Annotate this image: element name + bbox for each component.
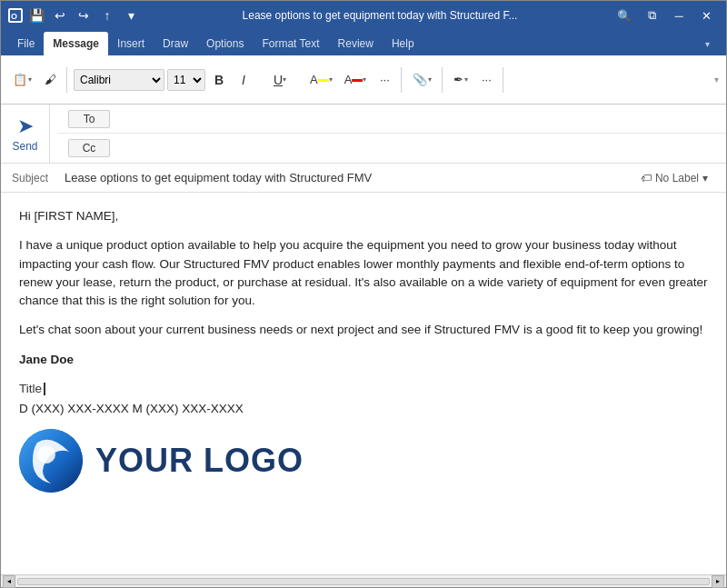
- tab-message[interactable]: Message: [44, 32, 108, 55]
- close-titlebar-button[interactable]: ✕: [693, 3, 719, 28]
- font-color-dropdown-arrow: ▾: [363, 75, 366, 84]
- scroll-left-button[interactable]: ◂: [3, 575, 15, 588]
- undo-titlebar-button[interactable]: ↩: [50, 5, 70, 25]
- font-family-select[interactable]: Calibri: [74, 69, 164, 91]
- more-options-button[interactable]: ···: [475, 67, 497, 93]
- up-titlebar-button[interactable]: ↑: [97, 5, 117, 25]
- attach-dropdown-arrow: ▾: [428, 75, 432, 84]
- underline-dropdown-arrow: ▾: [283, 75, 286, 84]
- tab-format-text[interactable]: Format Text: [253, 32, 328, 55]
- attach-file-button[interactable]: 📎 ▾: [408, 67, 436, 93]
- font-color-icon: A: [344, 73, 353, 86]
- body-para2: Let's chat soon about your current busin…: [19, 321, 708, 339]
- text-cursor: [44, 383, 45, 395]
- collapse-ribbon-button[interactable]: ▾: [696, 32, 719, 55]
- tab-help[interactable]: Help: [383, 32, 423, 55]
- attach-icon: 📎: [413, 73, 427, 86]
- clipboard-dropdown-arrow: ▾: [28, 75, 32, 84]
- clipboard-button[interactable]: 📋 ▾: [8, 67, 36, 93]
- clipboard-icon: 📋: [13, 73, 27, 86]
- sig-title-text: Title: [19, 380, 42, 398]
- tab-file[interactable]: File: [8, 32, 44, 55]
- bold-button[interactable]: B: [208, 67, 230, 93]
- to-input[interactable]: [110, 112, 715, 125]
- to-row: To: [57, 105, 726, 134]
- save-titlebar-button[interactable]: 💾: [26, 5, 46, 25]
- compose-area: ➤ Send To Cc Subject Lease options to ge…: [1, 105, 726, 574]
- logo-area: YOUR LOGO: [19, 429, 708, 493]
- font-group: Calibri 11 B I U ▾ A ▾ A ▾ ···: [74, 67, 402, 93]
- tab-review[interactable]: Review: [329, 32, 383, 55]
- signature-icon: ✒: [453, 73, 463, 86]
- sig-title-row: Title: [19, 380, 708, 398]
- svg-text:O: O: [11, 12, 17, 21]
- address-fields: To Cc: [57, 105, 726, 163]
- send-label: Send: [12, 140, 37, 153]
- highlight-icon: A: [310, 73, 318, 86]
- cc-input[interactable]: [110, 142, 715, 155]
- cc-button[interactable]: Cc: [68, 139, 110, 157]
- minimize-titlebar-button[interactable]: ─: [666, 3, 692, 28]
- more-font-button[interactable]: ···: [373, 67, 395, 93]
- logo-circle: [19, 429, 83, 493]
- highlight-color-swatch: [318, 79, 329, 82]
- font-color-button[interactable]: A ▾: [340, 67, 372, 93]
- app-icon: O: [8, 8, 23, 23]
- no-label-button[interactable]: 🏷 No Label ▾: [633, 172, 715, 184]
- subject-value: Lease options to get equipment today wit…: [57, 171, 633, 184]
- to-button[interactable]: To: [68, 110, 110, 128]
- scrollbar-track[interactable]: [17, 578, 710, 585]
- italic-button[interactable]: I: [233, 67, 254, 93]
- highlight-button[interactable]: A ▾: [305, 67, 337, 93]
- logo-text: YOUR LOGO: [95, 436, 304, 485]
- search-titlebar-button[interactable]: 🔍: [612, 3, 637, 28]
- tab-options[interactable]: Options: [197, 32, 253, 55]
- signature-dropdown-arrow: ▾: [464, 75, 468, 84]
- outlook-window: O 💾 ↩ ↪ ↑ ▾ Lease options to get equipme…: [0, 0, 727, 588]
- format-painter-icon: 🖌: [45, 73, 56, 86]
- tab-draw[interactable]: Draw: [154, 32, 197, 55]
- label-icon: 🏷: [641, 172, 652, 184]
- redo-titlebar-button[interactable]: ↪: [74, 5, 94, 25]
- font-size-select[interactable]: 11: [167, 69, 205, 91]
- ribbon-expand-button[interactable]: ▾: [714, 75, 719, 85]
- titlebar-left-controls: O 💾 ↩ ↪ ↑ ▾: [8, 5, 141, 25]
- restore-titlebar-button[interactable]: ⧉: [639, 3, 664, 28]
- underline-button[interactable]: U ▾: [257, 67, 303, 93]
- tab-insert[interactable]: Insert: [108, 32, 154, 55]
- send-button[interactable]: ➤ Send: [1, 105, 50, 163]
- subject-label: Subject: [12, 172, 57, 184]
- horizontal-scrollbar[interactable]: ◂ ▸: [1, 574, 726, 587]
- underline-icon: U: [274, 73, 283, 87]
- ribbon-tabs: File Message Insert Draw Options Format …: [1, 30, 726, 55]
- logo-svg: [19, 429, 83, 493]
- send-icon: ➤: [17, 115, 34, 138]
- email-header-fields: ➤ Send To Cc: [1, 105, 726, 164]
- signature-button[interactable]: ✒ ▾: [449, 67, 473, 93]
- attach-group: 📎 ▾: [408, 67, 443, 93]
- subject-row: Subject Lease options to get equipment t…: [1, 164, 726, 193]
- sig-phone: D (XXX) XXX-XXXX M (XXX) XXX-XXXX: [19, 400, 708, 418]
- body-para1: I have a unique product option available…: [19, 236, 708, 310]
- no-label-text: No Label: [655, 172, 699, 184]
- scroll-right-button[interactable]: ▸: [712, 575, 724, 588]
- svg-point-4: [37, 445, 55, 463]
- clipboard-group: 📋 ▾ 🖌: [8, 67, 67, 93]
- signature-group: ✒ ▾ ···: [449, 67, 503, 93]
- sig-name: Jane Doe: [19, 351, 708, 369]
- no-label-arrow: ▾: [702, 172, 708, 184]
- cc-row: Cc: [57, 134, 726, 163]
- format-painter-button[interactable]: 🖌: [39, 67, 61, 93]
- titlebar: O 💾 ↩ ↪ ↑ ▾ Lease options to get equipme…: [1, 1, 726, 30]
- customquickacess-dropdown[interactable]: ▾: [121, 5, 141, 25]
- window-title: Lease options to get equipment today wit…: [148, 9, 612, 22]
- greeting: Hi [FIRST NAME],: [19, 207, 708, 225]
- email-body[interactable]: Hi [FIRST NAME], I have a unique product…: [1, 193, 726, 574]
- ribbon-toolbar: 📋 ▾ 🖌 Calibri 11 B I U ▾ A: [1, 55, 726, 105]
- highlight-dropdown-arrow: ▾: [329, 75, 333, 84]
- titlebar-actions: 🔍 ⧉ ─ ✕: [612, 3, 719, 28]
- font-color-swatch: [352, 79, 363, 82]
